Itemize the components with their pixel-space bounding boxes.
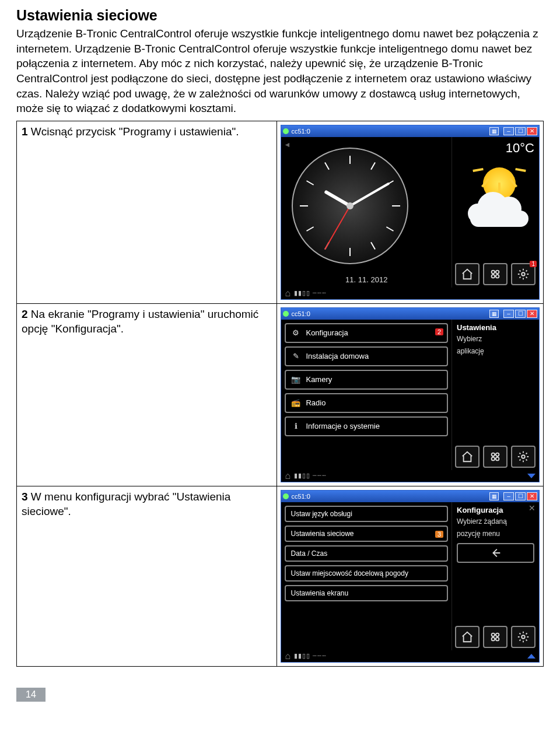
svg-point-3 (496, 275, 499, 278)
svg-point-5 (492, 453, 495, 456)
titlebar-icon: ▦ (489, 492, 499, 500)
menu-item-label: Ustawienia sieciowe (290, 530, 354, 538)
menu-item-label: Ustaw język obsługi (290, 510, 352, 518)
signal-icon: ▮▮▯▯ ┈┈┈ (294, 472, 327, 479)
svg-point-1 (496, 270, 499, 274)
step-screenshot: cc51:0 ▦ – ☐ ✕ ⚙ Konfiguracja 2 (277, 303, 544, 486)
minimize-button[interactable]: – (503, 310, 514, 318)
maximize-button[interactable]: ☐ (515, 310, 526, 318)
nav-settings-button[interactable]: 1 (511, 263, 536, 285)
window-titlebar: cc51:0 ▦ – ☐ ✕ (281, 308, 539, 320)
step-description: Wcisnąć przycisk "Programy i ustawienia"… (31, 125, 239, 138)
status-dot-icon (283, 311, 289, 317)
sliders-icon: ⚙ (290, 328, 301, 338)
side-heading: Konfiguracja (452, 502, 539, 516)
minimize-button[interactable]: – (503, 127, 514, 135)
scroll-down-icon[interactable] (527, 474, 536, 478)
svg-point-8 (496, 457, 499, 461)
maximize-button[interactable]: ☐ (515, 127, 526, 135)
chevron-left-icon[interactable]: ◄ (284, 141, 290, 149)
date-label: 11. 11. 2012 (281, 275, 452, 284)
minimize-button[interactable]: – (503, 492, 514, 500)
step-description: Na ekranie "Programy i ustawienia" uruch… (22, 308, 258, 335)
settings-menu: ⚙ Konfiguracja 2 ✎ Instalacja domowa 📷 K… (281, 320, 452, 443)
wrench-icon: ✎ (290, 351, 301, 362)
step-badge: 3 (435, 531, 443, 538)
step-number: 3 (22, 491, 28, 503)
weather-icon (460, 164, 536, 234)
side-text: pozycję menu (452, 528, 539, 540)
close-button[interactable]: ✕ (527, 310, 537, 318)
home-indicator-icon: ⌂ (285, 288, 290, 299)
page-heading: Ustawienia sieciowe (16, 7, 544, 24)
signal-icon: ▮▮▯▯ ┈┈┈ (294, 652, 327, 660)
menu-item-radio[interactable]: 📻 Radio (285, 393, 448, 413)
signal-icon: ▮▮▯▯ ┈┈┈ (294, 289, 327, 297)
home-indicator-icon: ⌂ (285, 651, 290, 661)
step-text: 3 W menu konfiguracji wybrać "Ustawienia… (17, 486, 277, 666)
step-text: 1 Wcisnąć przycisk "Programy i ustawieni… (17, 121, 277, 303)
window-titlebar: cc51:0 ▦ – ☐ ✕ (281, 125, 539, 137)
menu-item-label: Kamery (306, 375, 332, 384)
home-right-panel: 10°C (452, 137, 539, 288)
nav-apps-button[interactable] (483, 626, 508, 648)
maximize-button[interactable]: ☐ (515, 492, 526, 500)
radio-icon: 📻 (290, 398, 301, 408)
temperature-label: 10°C (506, 141, 534, 156)
nav-settings-button[interactable] (511, 626, 536, 648)
nav-home-button[interactable] (455, 263, 480, 285)
titlebar-icon: ▦ (489, 127, 499, 135)
menu-item-informacje[interactable]: ℹ Informacje o systemie (285, 416, 448, 436)
menu-item-ekran[interactable]: Ustawienia ekranu (285, 585, 448, 601)
menu-item-label: Instalacja domowa (306, 352, 369, 360)
nav-settings-button[interactable] (511, 446, 536, 468)
bottom-nav (452, 624, 539, 650)
svg-point-11 (496, 633, 499, 636)
menu-item-jezyk[interactable]: Ustaw język obsługi (285, 506, 448, 522)
window-title: cc51:0 (291, 128, 310, 135)
menu-item-label: Ustawienia ekranu (290, 589, 348, 597)
status-bar: ⌂ ▮▮▯▯ ┈┈┈ (281, 470, 539, 482)
menu-item-label: Informacje o systemie (306, 422, 379, 430)
camera-icon: 📷 (290, 374, 301, 385)
home-indicator-icon: ⌂ (285, 471, 290, 481)
menu-item-sieciowe[interactable]: Ustawienia sieciowe 3 (285, 526, 448, 542)
side-heading: Ustawienia (452, 320, 539, 333)
menu-item-dataczas[interactable]: Data / Czas (285, 545, 448, 562)
menu-item-label: Radio (306, 398, 326, 407)
svg-point-0 (492, 270, 495, 274)
side-text: aplikację (452, 345, 539, 358)
menu-item-konfiguracja[interactable]: ⚙ Konfiguracja 2 (285, 323, 448, 343)
nav-home-button[interactable] (455, 446, 480, 468)
menu-item-label: Ustaw miejscowość docelową pogody (290, 569, 408, 577)
titlebar-icon: ▦ (489, 310, 499, 318)
device-window: cc51:0 ▦ – ☐ ✕ ◄ (281, 125, 540, 300)
info-icon: ℹ (290, 421, 301, 432)
svg-point-10 (492, 633, 495, 636)
clock-minute-hand (349, 182, 390, 206)
svg-point-2 (492, 275, 495, 278)
close-button[interactable]: ✕ (527, 492, 537, 500)
menu-item-pogoda[interactable]: Ustaw miejscowość docelową pogody (285, 565, 448, 582)
bottom-nav (452, 443, 539, 470)
menu-item-instalacja[interactable]: ✎ Instalacja domowa (285, 346, 448, 366)
nav-home-button[interactable] (455, 626, 480, 648)
nav-apps-button[interactable] (483, 263, 508, 285)
menu-item-kamery[interactable]: 📷 Kamery (285, 370, 448, 390)
nav-apps-button[interactable] (483, 446, 508, 468)
close-button[interactable]: ✕ (527, 127, 537, 135)
step-description: W menu konfiguracji wybrać "Ustawienia s… (22, 491, 230, 517)
status-dot-icon (283, 128, 289, 134)
back-button[interactable] (457, 543, 534, 563)
status-bar: ⌂ ▮▮▯▯ ┈┈┈ (281, 650, 539, 662)
step-number: 1 (22, 125, 28, 138)
window-title: cc51:0 (291, 310, 310, 317)
device-window: cc51:0 ▦ – ☐ ✕ ⚙ Konfiguracja 2 (281, 307, 540, 482)
step-screenshot: cc51:0 ▦ – ☐ ✕ ◄ (277, 121, 544, 303)
close-panel-icon[interactable]: ✕ (528, 503, 536, 513)
config-menu: Ustaw język obsługi Ustawienia sieciowe … (281, 502, 452, 608)
scroll-up-icon[interactable] (527, 654, 536, 659)
nav-badge: 1 (530, 261, 537, 267)
window-title: cc51:0 (291, 493, 310, 500)
steps-table: 1 Wcisnąć przycisk "Programy i ustawieni… (16, 121, 544, 667)
